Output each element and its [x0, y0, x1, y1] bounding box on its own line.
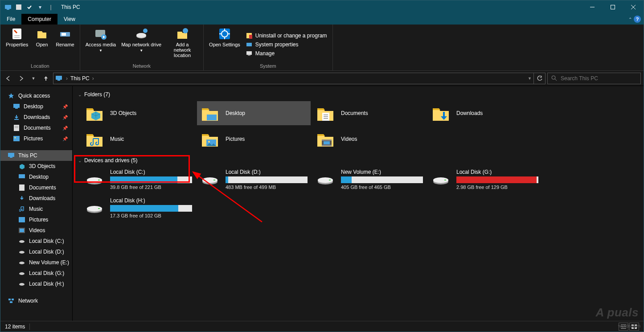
sidebar-item-this-pc[interactable]: This PC — [0, 150, 72, 161]
sidebar-item-desktop-pc[interactable]: Desktop — [0, 172, 72, 182]
folder-music[interactable]: Music — [82, 127, 195, 151]
drive-icon — [85, 172, 104, 186]
sidebar-item-disk-d[interactable]: Local Disk (D:) — [0, 246, 72, 257]
qat-dropdown[interactable]: ▾ — [35, 2, 45, 12]
back-button[interactable] — [3, 73, 14, 84]
breadcrumb[interactable]: This PC — [70, 75, 90, 82]
chevron-down-icon: ⌄ — [78, 158, 82, 163]
sidebar-item-downloads-pc[interactable]: Downloads — [0, 193, 72, 204]
drive-free-text: 39.8 GB free of 221 GB — [110, 184, 192, 190]
ribbon-group-location: Properties Open Rename Location — [0, 25, 80, 70]
sidebar-item-disk-g[interactable]: Local Disk (G:) — [0, 268, 72, 279]
open-button[interactable]: Open — [31, 25, 53, 63]
folder-videos[interactable]: Videos — [312, 127, 426, 151]
svg-rect-72 — [213, 180, 215, 180]
svg-point-50 — [19, 283, 25, 286]
minimize-button[interactable] — [582, 0, 603, 14]
access-media-button[interactable]: Access media▼ — [83, 25, 119, 63]
close-button[interactable] — [623, 0, 644, 14]
map-drive-button[interactable]: Map network drive▼ — [119, 25, 164, 63]
drive-icon — [85, 201, 104, 215]
group-header-drives[interactable]: ⌄Devices and drives (5) — [78, 157, 639, 164]
item-count: 12 items — [5, 324, 25, 330]
svg-rect-76 — [329, 180, 331, 180]
drive-name: New Volume (E:) — [341, 169, 423, 175]
drive-h[interactable]: Local Disk (H:)17.3 GB free of 102 GB — [82, 196, 195, 220]
maximize-button[interactable] — [603, 0, 623, 14]
sidebar-item-network[interactable]: Network — [0, 295, 72, 306]
sidebar-item-documents[interactable]: Documents📌 — [0, 123, 72, 133]
svg-rect-9 — [62, 33, 66, 36]
sidebar-item-desktop[interactable]: Desktop📌 — [0, 101, 72, 112]
address-bar[interactable]: › This PC › ▼ — [53, 73, 534, 84]
sidebar-item-disk-h[interactable]: Local Disk (H:) — [0, 279, 72, 289]
svg-rect-57 — [324, 116, 328, 117]
manage-button[interactable]: Manage — [243, 49, 330, 58]
open-settings-button[interactable]: Open Settings — [206, 25, 243, 63]
forward-button[interactable] — [16, 73, 26, 84]
pc-icon — [8, 152, 15, 159]
svg-rect-68 — [98, 180, 100, 180]
tab-file[interactable]: File — [0, 14, 21, 25]
sidebar-item-music[interactable]: Music — [0, 204, 72, 214]
sidebar-item-pictures[interactable]: Pictures📌 — [0, 133, 72, 144]
sidebar-item-quick-access[interactable]: Quick access — [0, 90, 72, 101]
sidebar-item-disk-c[interactable]: Local Disk (C:) — [0, 236, 72, 246]
documents-icon — [18, 184, 25, 191]
tab-view[interactable]: View — [57, 14, 82, 25]
sidebar-item-disk-e[interactable]: New Volume (E:) — [0, 257, 72, 268]
svg-rect-31 — [13, 104, 20, 108]
folder-3d-objects[interactable]: 3D Objects — [82, 101, 195, 125]
quick-access-toolbar: ▾ | — [0, 2, 56, 12]
folder-downloads[interactable]: Downloads — [428, 101, 541, 125]
folder-pictures[interactable]: Pictures — [197, 127, 311, 151]
sidebar-item-videos[interactable]: Videos — [0, 225, 72, 236]
svg-rect-2 — [16, 4, 21, 10]
svg-point-29 — [552, 76, 555, 79]
rename-button[interactable]: Rename — [53, 25, 77, 63]
up-button[interactable] — [41, 73, 51, 84]
pin-icon: 📌 — [62, 104, 68, 109]
svg-rect-56 — [324, 115, 328, 115]
drive-e[interactable]: New Volume (E:)405 GB free of 465 GB — [312, 167, 426, 191]
recent-dropdown[interactable]: ▼ — [28, 73, 39, 84]
refresh-button[interactable] — [534, 73, 546, 84]
search-icon — [551, 75, 557, 81]
folder-desktop[interactable]: Desktop — [197, 101, 311, 125]
add-network-location-button[interactable]: Add a network location — [164, 25, 201, 63]
search-box[interactable] — [547, 73, 641, 84]
chevron-right-icon[interactable]: › — [92, 75, 94, 82]
drive-g[interactable]: Local Disk (G:)2.98 GB free of 129 GB — [428, 167, 541, 191]
sidebar-item-3d-objects[interactable]: 3D Objects — [0, 161, 72, 172]
svg-rect-23 — [249, 35, 252, 39]
collapse-ribbon-icon[interactable]: ⌃ — [628, 17, 632, 22]
properties-button[interactable]: Properties — [3, 25, 31, 63]
svg-point-48 — [19, 262, 25, 264]
help-icon[interactable]: ? — [634, 16, 641, 23]
navigation-pane: Quick access Desktop📌 Downloads📌 Documen… — [0, 86, 73, 321]
svg-rect-4 — [611, 5, 615, 9]
svg-rect-41 — [19, 174, 25, 178]
folder-documents[interactable]: Documents — [312, 101, 426, 125]
drive-d[interactable]: Local Disk (D:)483 MB free of 499 MB — [197, 167, 311, 191]
drive-icon — [18, 270, 25, 277]
pin-icon: 📌 — [62, 136, 68, 141]
uninstall-button[interactable]: Uninstall or change a program — [243, 31, 330, 40]
sidebar-item-pictures-pc[interactable]: Pictures — [0, 214, 72, 225]
qat-item[interactable] — [14, 2, 24, 12]
system-properties-button[interactable]: System properties — [243, 40, 330, 49]
group-header-folders[interactable]: ⌄Folders (7) — [78, 91, 639, 98]
drive-c[interactable]: Local Disk (C:)39.8 GB free of 221 GB — [82, 167, 195, 191]
qat-divider: | — [46, 2, 56, 12]
tab-computer[interactable]: Computer — [21, 14, 57, 25]
documents-icon — [13, 124, 20, 131]
svg-rect-33 — [14, 119, 19, 120]
sidebar-item-documents-pc[interactable]: Documents — [0, 182, 72, 193]
address-dropdown-icon[interactable]: ▼ — [528, 76, 532, 81]
svg-rect-24 — [246, 43, 252, 46]
sidebar-item-downloads[interactable]: Downloads📌 — [0, 112, 72, 123]
drive-free-text: 2.98 GB free of 129 GB — [456, 184, 538, 190]
svg-rect-25 — [246, 51, 252, 55]
qat-item[interactable] — [25, 2, 34, 12]
search-input[interactable] — [561, 75, 637, 82]
